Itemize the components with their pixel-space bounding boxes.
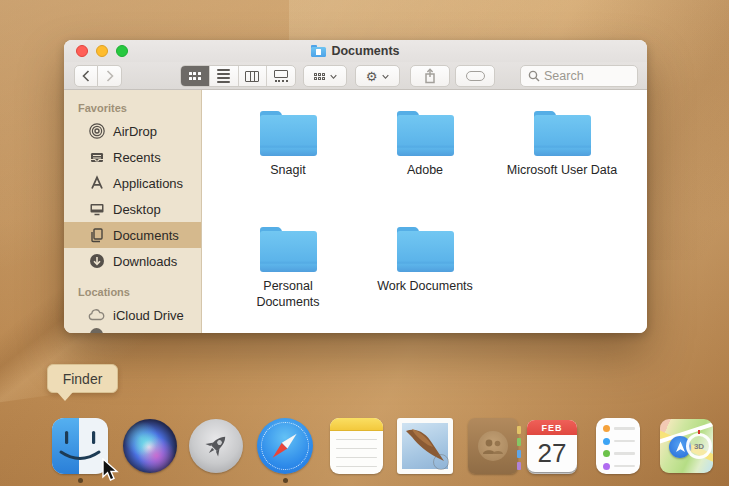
dock-item-calendar[interactable]: FEB 27 xyxy=(527,418,583,474)
documents-icon xyxy=(88,227,105,244)
sidebar-item-desktop[interactable]: Desktop xyxy=(64,196,201,222)
finder-running-indicator xyxy=(78,478,83,483)
sidebar-section-favorites: Favorites xyxy=(64,90,201,118)
chevron-down-icon xyxy=(382,73,389,80)
file-list-area[interactable]: Snagit Adobe Microsoft User Data Persona… xyxy=(203,91,647,333)
siri-icon xyxy=(123,419,177,473)
dock-item-reminders[interactable] xyxy=(590,418,646,474)
safari-running-indicator xyxy=(283,478,288,483)
back-button[interactable] xyxy=(74,65,98,87)
group-by-button[interactable] xyxy=(303,65,347,87)
contacts-tabs xyxy=(517,426,521,470)
window-title: Documents xyxy=(331,44,399,58)
gallery-view-icon xyxy=(274,70,288,82)
folder-label: Snagit xyxy=(270,163,305,179)
sidebar-item-icloud-drive[interactable]: iCloud Drive xyxy=(64,302,201,328)
toolbar: ⚙ xyxy=(64,62,647,90)
safari-icon xyxy=(257,418,313,474)
folder-label: Work Documents xyxy=(377,279,473,295)
sidebar-item-partial-icon xyxy=(90,328,103,333)
folder-icon xyxy=(397,227,454,272)
action-button[interactable]: ⚙ xyxy=(355,65,400,87)
desktop-icon xyxy=(88,201,105,218)
notes-icon xyxy=(330,418,383,474)
finder-icon xyxy=(52,418,108,474)
sidebar: Favorites AirDrop Recents Applications xyxy=(64,90,202,333)
tag-button[interactable] xyxy=(455,65,495,87)
icloud-icon xyxy=(88,307,105,324)
people-silhouette-icon xyxy=(482,438,504,454)
sidebar-item-label: Desktop xyxy=(113,202,161,217)
maps-3d-label: 3D xyxy=(694,442,704,451)
chevron-right-icon xyxy=(106,70,114,82)
finder-window: Documents xyxy=(64,40,647,333)
dock-item-contacts[interactable] xyxy=(465,418,521,474)
sidebar-section-locations: Locations xyxy=(64,274,201,302)
desktop: Documents xyxy=(0,0,729,486)
sidebar-item-label: Recents xyxy=(113,150,161,165)
launchpad-icon xyxy=(189,419,243,473)
folder-label: Adobe xyxy=(407,163,443,179)
folder-proxy-icon xyxy=(311,45,326,57)
folder-icon xyxy=(260,111,317,156)
window-title-area: Documents xyxy=(64,40,647,62)
icon-view-icon xyxy=(189,72,201,80)
dock-item-launchpad[interactable] xyxy=(188,418,244,474)
folder-icon xyxy=(534,111,591,156)
dock-tooltip: Finder xyxy=(47,364,118,393)
dock-item-mail[interactable] xyxy=(397,418,453,474)
calendar-day: 27 xyxy=(527,435,577,472)
search-field[interactable] xyxy=(520,65,638,87)
icon-view-button[interactable] xyxy=(181,66,210,86)
list-view-button[interactable] xyxy=(210,66,239,86)
rocket-icon xyxy=(201,431,231,461)
chevron-down-icon xyxy=(330,73,337,80)
downloads-icon xyxy=(88,253,105,270)
chevron-left-icon xyxy=(82,70,90,82)
sidebar-item-documents[interactable]: Documents xyxy=(64,222,201,248)
share-button[interactable] xyxy=(410,65,450,87)
dock-tooltip-tail xyxy=(57,392,73,401)
dock-item-maps[interactable]: 3D xyxy=(660,418,716,474)
sidebar-item-label: AirDrop xyxy=(113,124,157,139)
folder-work-documents[interactable]: Work Documents xyxy=(367,227,483,295)
title-bar[interactable]: Documents xyxy=(64,40,647,62)
recents-icon xyxy=(88,149,105,166)
mouse-cursor xyxy=(101,458,119,486)
folder-snagit[interactable]: Snagit xyxy=(230,111,346,179)
folder-adobe[interactable]: Adobe xyxy=(367,111,483,179)
folder-label: Personal Documents xyxy=(230,279,346,310)
column-view-icon xyxy=(245,71,259,82)
column-view-button[interactable] xyxy=(239,66,268,86)
sidebar-item-applications[interactable]: Applications xyxy=(64,170,201,196)
applications-icon xyxy=(88,175,105,192)
dock-item-safari[interactable] xyxy=(257,418,313,474)
dock-item-notes[interactable] xyxy=(330,418,386,474)
folder-personal-documents[interactable]: Personal Documents xyxy=(230,227,346,310)
maps-icon: 3D xyxy=(660,419,713,473)
mail-icon xyxy=(397,418,453,474)
forward-button[interactable] xyxy=(98,65,122,87)
sidebar-item-label: Applications xyxy=(113,176,183,191)
gear-icon: ⚙ xyxy=(366,69,378,84)
share-icon xyxy=(423,68,437,84)
search-icon xyxy=(528,70,540,82)
search-input[interactable] xyxy=(544,69,624,83)
folder-microsoft-user-data[interactable]: Microsoft User Data xyxy=(504,111,620,179)
tag-icon xyxy=(466,71,485,81)
sidebar-item-airdrop[interactable]: AirDrop xyxy=(64,118,201,144)
dock-item-finder[interactable] xyxy=(52,418,108,474)
calendar-month: FEB xyxy=(527,420,577,435)
tooltip-label: Finder xyxy=(63,371,103,387)
reminders-icon xyxy=(596,418,640,474)
gallery-view-button[interactable] xyxy=(267,66,295,86)
list-view-icon xyxy=(217,69,230,82)
group-grid-icon xyxy=(314,73,325,80)
sidebar-item-downloads[interactable]: Downloads xyxy=(64,248,201,274)
sidebar-item-recents[interactable]: Recents xyxy=(64,144,201,170)
folder-icon xyxy=(397,111,454,156)
sidebar-item-label: Downloads xyxy=(113,254,177,269)
calendar-icon: FEB 27 xyxy=(527,420,577,472)
dock-item-siri[interactable] xyxy=(122,418,178,474)
folder-label: Microsoft User Data xyxy=(507,163,617,179)
